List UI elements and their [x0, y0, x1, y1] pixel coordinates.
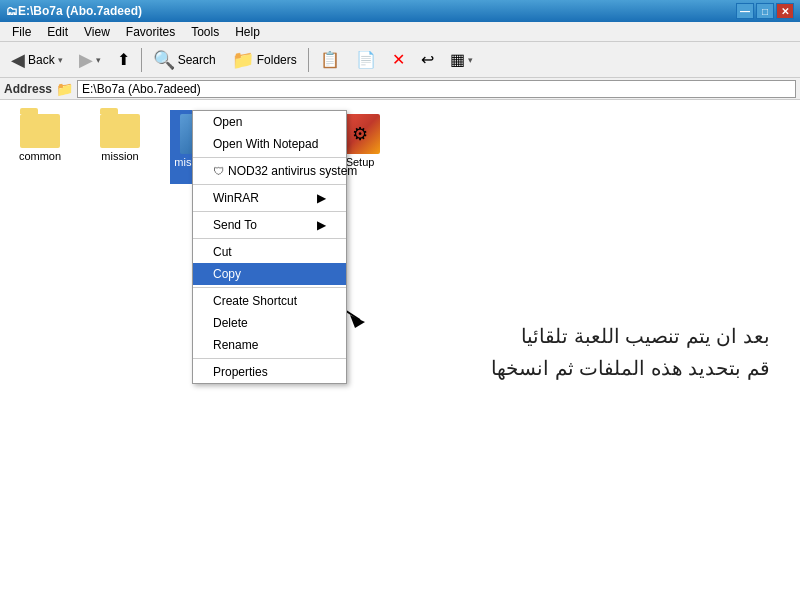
ctx-winrar[interactable]: WinRAR ▶: [193, 187, 346, 209]
svg-marker-1: [350, 315, 365, 328]
ctx-sep4: [193, 238, 346, 239]
up-button[interactable]: ⬆: [110, 46, 137, 74]
file-icon-mission[interactable]: mission: [90, 110, 150, 184]
ctx-open-notepad[interactable]: Open With Notepad: [193, 133, 346, 155]
views-button[interactable]: ▦ ▾: [443, 46, 480, 74]
arabic-text: بعد ان يتم تنصيب اللعبة تلقائيا قم بتحدي…: [491, 320, 770, 384]
address-label: Address: [4, 82, 52, 96]
ctx-cut[interactable]: Cut: [193, 241, 346, 263]
file-icon-common[interactable]: common: [10, 110, 70, 184]
arabic-line2: قم بتحديد هذه الملفات ثم انسخها: [491, 352, 770, 384]
separator1: [141, 48, 142, 72]
title-bar-buttons: — □ ✕: [736, 3, 794, 19]
ctx-open[interactable]: Open: [193, 111, 346, 133]
title-bar-icon: 🗂: [6, 4, 18, 18]
folder-icon-common: [20, 114, 60, 148]
title-bar-text: E:\Bo7a (Abo.7adeed): [18, 4, 142, 18]
menu-favorites[interactable]: Favorites: [118, 23, 183, 41]
ctx-sep1: [193, 157, 346, 158]
menu-edit[interactable]: Edit: [39, 23, 76, 41]
menu-tools[interactable]: Tools: [183, 23, 227, 41]
search-button[interactable]: 🔍 Search: [146, 46, 223, 74]
ctx-rename[interactable]: Rename: [193, 334, 346, 356]
context-menu: Open Open With Notepad 🛡 NOD32 antivirus…: [192, 110, 347, 384]
address-folder-icon: 📁: [56, 81, 73, 97]
separator2: [308, 48, 309, 72]
move-button[interactable]: 📋: [313, 46, 347, 74]
menu-view[interactable]: View: [76, 23, 118, 41]
file-area[interactable]: common mission 🖥 mission.cki W ReadMe: [0, 100, 800, 600]
address-path-input[interactable]: E:\Bo7a (Abo.7adeed): [77, 80, 796, 98]
ctx-create-shortcut[interactable]: Create Shortcut: [193, 290, 346, 312]
menu-file[interactable]: File: [4, 23, 39, 41]
menu-bar: File Edit View Favorites Tools Help: [0, 22, 800, 42]
arabic-line1: بعد ان يتم تنصيب اللعبة تلقائيا: [491, 320, 770, 352]
file-label-mission: mission: [101, 150, 138, 162]
toolbar: ◀ Back ▾ ▶ ▾ ⬆ 🔍 Search 📁 Folders 📋 📄 ✕ …: [0, 42, 800, 78]
maximize-button[interactable]: □: [756, 3, 774, 19]
ctx-properties[interactable]: Properties: [193, 361, 346, 383]
ctx-sep3: [193, 211, 346, 212]
menu-help[interactable]: Help: [227, 23, 268, 41]
delete-button[interactable]: ✕: [385, 46, 412, 74]
title-bar: 🗂 E:\Bo7a (Abo.7adeed) — □ ✕: [0, 0, 800, 22]
undo-button[interactable]: ↩: [414, 46, 441, 74]
main-content: common mission 🖥 mission.cki W ReadMe: [0, 100, 800, 600]
copy-to-button[interactable]: 📄: [349, 46, 383, 74]
file-icons-row: common mission 🖥 mission.cki W ReadMe: [10, 110, 790, 184]
ctx-copy[interactable]: Copy: [193, 263, 346, 285]
back-button[interactable]: ◀ Back ▾: [4, 46, 70, 74]
folder-icon-mission: [100, 114, 140, 148]
minimize-button[interactable]: —: [736, 3, 754, 19]
ctx-sep5: [193, 287, 346, 288]
ctx-sep6: [193, 358, 346, 359]
ctx-nod32[interactable]: 🛡 NOD32 antivirus system: [193, 160, 346, 182]
ctx-delete[interactable]: Delete: [193, 312, 346, 334]
ctx-sendto[interactable]: Send To ▶: [193, 214, 346, 236]
address-bar: Address 📁 E:\Bo7a (Abo.7adeed): [0, 78, 800, 100]
ctx-sep2: [193, 184, 346, 185]
forward-button[interactable]: ▶ ▾: [72, 46, 108, 74]
folders-button[interactable]: 📁 Folders: [225, 46, 304, 74]
close-button[interactable]: ✕: [776, 3, 794, 19]
file-label-common: common: [19, 150, 61, 162]
